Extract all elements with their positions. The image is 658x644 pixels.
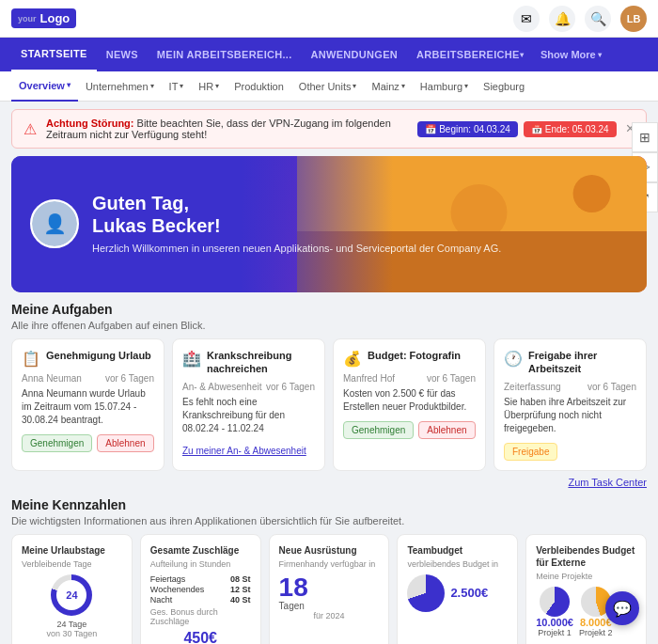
hero-greeting: Guten Tag, Lukas Becker! xyxy=(92,192,501,237)
hero-avatar: 👤 xyxy=(30,199,79,248)
alert-title: Achtung Störung: xyxy=(46,118,133,129)
kenn-ausruestung: Neue Ausrüstung Firmenhandy verfügbar in… xyxy=(269,534,390,644)
budget-approve-button[interactable]: Genehmigen xyxy=(343,421,414,439)
krank-body: Es fehlt noch eine Krankschreibung für d… xyxy=(182,396,315,435)
krank-meta: An- & Abwesenheit vor 6 Tagen xyxy=(182,382,315,392)
urlaub-donut: 24 xyxy=(22,574,122,616)
logo-your: your xyxy=(18,14,37,24)
teambudget-pie-chart xyxy=(407,574,445,612)
urlaub-reject-button[interactable]: Ablehnen xyxy=(97,434,153,452)
verbl-project-1: 10.000€ Projekt 1 xyxy=(536,587,573,637)
krank-card-title: Krankschreibung nachreichen xyxy=(207,349,315,376)
budget-meta: Manfred Hof vor 6 Tagen xyxy=(343,373,476,384)
kennzahlen-title: Meine Kennzahlen xyxy=(11,497,647,512)
arbeitszeit-icon: 🕐 xyxy=(504,350,523,368)
card-header-krank: 🏥 Krankschreibung nachreichen xyxy=(182,349,315,376)
krank-icon: 🏥 xyxy=(182,350,201,368)
mail-icon[interactable]: ✉ xyxy=(513,6,540,32)
hero-content: 👤 Guten Tag, Lukas Becker! Herzlich Will… xyxy=(11,177,520,271)
arbeitszeit-card-title: Freigabe ihrer Arbeitszeit xyxy=(528,349,636,376)
main-navigation: STARTSEITE NEWS MEIN ARBEITSBEREICH... A… xyxy=(0,38,658,71)
nav-item-mein-arbeitsbereich[interactable]: MEIN ARBEITSBEREICH... xyxy=(148,38,302,71)
arbeitszeit-body: Sie haben ihre Arbeitszeit zur Überprüfu… xyxy=(504,396,636,435)
donut-inner: 24 xyxy=(56,580,86,610)
alert-text: Achtung Störung: Bitte beachten Sie, das… xyxy=(46,118,408,140)
alert-badges: 📅 Beginn: 04.03.24 📅 Ende: 05.03.24 xyxy=(417,121,616,137)
kennzahlen-subtitle: Die wichtigsten Informationen aus ihren … xyxy=(11,515,647,526)
budget-card-title: Budget: Fotografin xyxy=(368,349,461,362)
arbeitszeit-release-button[interactable]: Freigabe xyxy=(504,443,557,461)
aufgaben-subtitle: Alle ihre offenen Aufgaben auf einen Bli… xyxy=(11,320,647,331)
aufgaben-card-budget: 💰 Budget: Fotografin Manfred Hof vor 6 T… xyxy=(333,338,486,471)
teambudget-pie: 2.500€ xyxy=(407,574,508,612)
zusch-row-2: Nacht 40 St xyxy=(150,595,251,605)
card-header-urlaub: 📋 Genehmigung Urlaub xyxy=(22,349,154,368)
aufgaben-card-urlaub: 📋 Genehmigung Urlaub Anna Neuman vor 6 T… xyxy=(11,338,164,471)
arbeitszeit-actions: Freigabe xyxy=(504,443,636,461)
subnav-hamburg[interactable]: Hamburg ▾ xyxy=(413,71,476,102)
kenn-teambudget: Teambudget verbleibendes Budget in 2.500… xyxy=(397,534,518,644)
subnav-unternehmen[interactable]: Unternehmen ▾ xyxy=(78,71,162,102)
subnav-siegburg[interactable]: Siegburg xyxy=(476,71,532,102)
aufgaben-card-arbeitszeit: 🕐 Freigabe ihrer Arbeitszeit Zeiterfassu… xyxy=(494,338,647,471)
project1-pie xyxy=(540,587,570,617)
aufgaben-title: Meine Aufgaben xyxy=(11,302,647,317)
top-nav-icons: ✉ 🔔 🔍 LB xyxy=(513,6,647,32)
krank-actions: Zu meiner An- & Abwesenheit xyxy=(182,443,315,459)
zusch-row-0: Feiertags 08 St xyxy=(150,574,251,584)
budget-actions: Genehmigen Ablehnen xyxy=(343,421,476,439)
nav-item-news[interactable]: NEWS xyxy=(97,38,148,71)
alert-badge-end[interactable]: 📅 Ende: 05.03.24 xyxy=(524,121,617,137)
urlaub-approve-button[interactable]: Genehmigen xyxy=(22,434,92,452)
urlaub-actions: Genehmigen Ablehnen xyxy=(22,434,154,452)
kenn-zuschlaege: Gesamte Zuschläge Aufteilung in Stunden … xyxy=(140,534,261,644)
zusch-rows: Feiertags 08 St Wochenendes 12 St Nacht … xyxy=(150,574,251,605)
budget-icon: 💰 xyxy=(343,350,362,368)
zusch-row-1: Wochenendes 12 St xyxy=(150,585,251,594)
calendar-icon-begin: 📅 xyxy=(425,124,436,134)
grid-tool-button[interactable]: ⊞ xyxy=(632,122,658,152)
budget-reject-button[interactable]: Ablehnen xyxy=(418,421,475,439)
chat-button[interactable]: 💬 xyxy=(605,591,639,625)
card-header-budget: 💰 Budget: Fotografin xyxy=(343,349,476,368)
krank-link-button[interactable]: Zu meiner An- & Abwesenheit xyxy=(182,443,306,459)
urlaub-meta: Anna Neuman vor 6 Tagen xyxy=(22,373,154,384)
hero-section: 👤 Guten Tag, Lukas Becker! Herzlich Will… xyxy=(11,156,647,292)
nav-item-anwendungen[interactable]: ANWENDUNGEN xyxy=(302,38,408,71)
show-more-button[interactable]: Show More ▾ xyxy=(533,49,609,60)
alert-banner: ⚠ Achtung Störung: Bitte beachten Sie, d… xyxy=(11,109,647,149)
aufgaben-card-krank: 🏥 Krankschreibung nachreichen An- & Abwe… xyxy=(172,338,325,471)
subnav-other-units[interactable]: Other Units ▾ xyxy=(291,71,365,102)
subnav-produktion[interactable]: Produktion xyxy=(227,71,291,102)
urlaub-donut-chart: 24 xyxy=(51,574,92,616)
kenn-urlaub: Meine Urlaubstage Verbleibende Tage 24 2… xyxy=(11,534,133,644)
hero-avatar-image: 👤 xyxy=(32,201,77,246)
budget-body: Kosten von 2.500 € für das Erstellen neu… xyxy=(343,387,476,414)
kenn-verbleibendes: Verbleibendes Budget für Externe Meine P… xyxy=(525,534,647,644)
nav-item-startseite[interactable]: STARTSEITE xyxy=(11,38,97,71)
sub-navigation: Overview ▾ Unternehmen ▾ IT ▾ HR ▾ Produ… xyxy=(0,71,658,102)
bell-icon[interactable]: 🔔 xyxy=(549,6,575,32)
subnav-it[interactable]: IT ▾ xyxy=(162,71,192,102)
card-header-arbeitszeit: 🕐 Freigabe ihrer Arbeitszeit xyxy=(504,349,636,376)
logo[interactable]: your Logo xyxy=(11,8,76,28)
subnav-mainz[interactable]: Mainz ▾ xyxy=(364,71,412,102)
top-navigation: your Logo ✉ 🔔 🔍 LB xyxy=(0,0,658,38)
hero-text: Guten Tag, Lukas Becker! Herzlich Willko… xyxy=(92,192,501,256)
arbeitszeit-meta: Zeiterfassung vor 6 Tagen xyxy=(504,382,636,392)
urlaub-body: Anna Neumann wurde Urlaub im Zeitraum vo… xyxy=(22,387,154,427)
alert-badge-begin[interactable]: 📅 Beginn: 04.03.24 xyxy=(417,121,518,137)
nav-item-arbeitsbereiche[interactable]: ARBEITSBEREICHE ▾ xyxy=(407,38,533,71)
avatar[interactable]: LB xyxy=(620,6,647,32)
calendar-icon-end: 📅 xyxy=(531,124,542,134)
urlaub-card-title: Genehmigung Urlaub xyxy=(46,349,151,362)
urlaub-icon: 📋 xyxy=(22,350,40,368)
search-icon[interactable]: 🔍 xyxy=(585,6,611,32)
aufgaben-cards: 📋 Genehmigung Urlaub Anna Neuman vor 6 T… xyxy=(11,338,647,471)
hero-subtitle: Herzlich Willkommen in unseren neuen App… xyxy=(92,242,501,256)
main-content: Meine Aufgaben Alle ihre offenen Aufgabe… xyxy=(0,302,658,644)
task-center-link[interactable]: Zum Task Center xyxy=(11,477,647,488)
alert-icon: ⚠ xyxy=(24,120,37,138)
subnav-overview[interactable]: Overview ▾ xyxy=(11,71,78,102)
subnav-hr[interactable]: HR ▾ xyxy=(191,71,227,102)
